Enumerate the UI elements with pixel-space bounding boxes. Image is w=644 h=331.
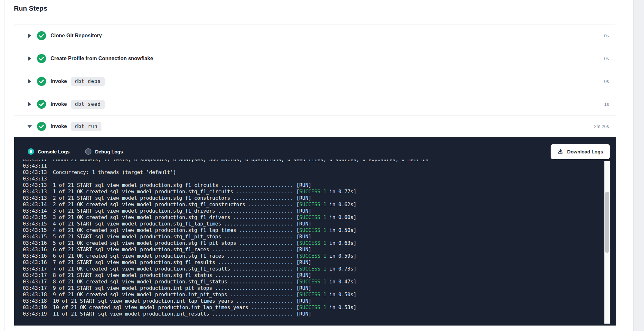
step-duration: 0s [604, 79, 609, 84]
step-command-chip: dbt run [71, 122, 101, 131]
step-title: Invoke [51, 101, 67, 107]
step-duration: 0s [604, 56, 609, 61]
left-divider [4, 0, 5, 331]
step-command-chip: dbt deps [71, 77, 105, 86]
console-log-output: 03:43:11 Found 21 models, 17 tests, 0 sn… [14, 160, 603, 317]
log-line: 03:43:19 11 of 21 START sql view model p… [23, 311, 603, 317]
log-success-status: SUCCESS 1 [299, 279, 327, 285]
log-line: 03:43:11 [23, 163, 603, 169]
caret-triangle [28, 79, 31, 84]
step-title: Invoke [51, 78, 67, 84]
run-steps-section: Run Steps Clone Git Repository0sCreate P… [14, 5, 616, 328]
caret-triangle [28, 102, 31, 106]
step-title: Clone Git Repository [51, 33, 102, 39]
radio-selected-icon[interactable] [28, 148, 34, 155]
log-console-panel: Console Logs Debug Logs Download Logs 03 [14, 137, 616, 326]
log-line: 03:43:14 3 of 21 START sql view model pr… [23, 208, 603, 214]
step-title: Invoke [51, 124, 67, 129]
run-step-row[interactable]: Clone Git Repository0s [14, 24, 616, 47]
step-duration: 0s [604, 33, 609, 38]
expand-caret-icon[interactable] [26, 102, 33, 106]
download-logs-label: Download Logs [567, 149, 603, 154]
log-line: 03:43:15 4 of 21 OK created sql view mod… [23, 227, 603, 234]
success-check-icon [37, 31, 46, 40]
log-line: 03:43:13 1 of 21 START sql view model pr… [23, 182, 603, 188]
console-logs-radio[interactable]: Console Logs [28, 148, 70, 155]
log-line: 03:43:18 9 of 21 OK created sql view mod… [23, 291, 603, 298]
log-line: 03:43:16 7 of 21 START sql view model pr… [23, 259, 603, 266]
run-step-row[interactable]: Create Profile from Connection snowflake… [14, 47, 616, 70]
log-line: 03:43:16 6 of 21 OK created sql view mod… [23, 253, 603, 259]
log-line: 03:43:13 1 of 21 OK created sql view mod… [23, 188, 603, 195]
log-line: 03:43:15 3 of 21 OK created sql view mod… [23, 214, 603, 221]
expand-caret-icon[interactable] [26, 56, 33, 61]
log-viewport[interactable]: 03:43:11 Found 21 models, 17 tests, 0 sn… [14, 160, 603, 321]
success-check-icon [37, 54, 46, 63]
log-success-status: SUCCESS 1 [299, 266, 327, 272]
log-line: 03:43:16 6 of 21 START sql view model pr… [23, 246, 603, 253]
log-line: 03:43:17 7 of 21 OK created sql view mod… [23, 266, 603, 272]
debug-logs-radio[interactable]: Debug Logs [85, 148, 123, 155]
log-success-status: SUCCESS 1 [299, 240, 327, 246]
log-line: 03:43:16 5 of 21 OK created sql view mod… [23, 240, 603, 246]
console-scrollbar[interactable] [604, 161, 610, 324]
log-line: 03:43:17 8 of 21 START sql view model pr… [23, 272, 603, 279]
run-step-row[interactable]: Invokedbt run2m 26s [14, 116, 616, 137]
step-command-chip: dbt seed [71, 100, 105, 109]
success-check-icon [37, 122, 46, 131]
log-line: 03:43:15 4 of 21 START sql view model pr… [23, 221, 603, 227]
log-success-status: SUCCESS 1 [299, 305, 327, 310]
log-line: 03:43:14 2 of 21 OK created sql view mod… [23, 201, 603, 208]
log-success-status: SUCCESS 1 [299, 189, 327, 195]
debug-logs-label: Debug Logs [95, 149, 123, 154]
success-check-icon [37, 100, 46, 109]
run-step-row[interactable]: Invokedbt deps0s [14, 70, 616, 93]
log-success-status: SUCCESS 1 [299, 215, 327, 220]
log-line: 03:43:18 10 of 21 START sql view model p… [23, 298, 603, 304]
page-title: Run Steps [14, 5, 616, 12]
radio-unselected-icon[interactable] [85, 148, 91, 155]
log-line: 03:43:19 10 of 21 OK created sql view mo… [23, 304, 603, 311]
step-duration: 1s [604, 102, 609, 107]
caret-triangle [27, 125, 32, 128]
caret-triangle [28, 56, 31, 61]
run-step-row[interactable]: Invokedbt seed1s [14, 93, 616, 116]
log-line: 03:43:11 Found 21 models, 17 tests, 0 sn… [23, 160, 603, 163]
step-title: Create Profile from Connection snowflake [51, 56, 153, 61]
log-line: 03:43:13 Concurrency: 1 threads (target=… [23, 169, 603, 176]
step-rows: Clone Git Repository0sCreate Profile fro… [14, 24, 616, 137]
success-check-icon [37, 77, 46, 86]
log-line: 03:43:17 9 of 21 START sql view model pr… [23, 285, 603, 291]
log-line: 03:43:15 5 of 21 START sql view model pr… [23, 234, 603, 240]
scrollbar-thumb[interactable] [605, 192, 609, 253]
step-duration: 2m 26s [594, 124, 609, 129]
log-success-status: SUCCESS 1 [299, 202, 327, 207]
caret-triangle [28, 33, 31, 38]
expand-caret-icon[interactable] [26, 33, 33, 38]
right-panel-gutter [633, 0, 644, 331]
log-line: 03:43:13 2 of 21 START sql view model pr… [23, 195, 603, 201]
log-success-status: SUCCESS 1 [299, 292, 327, 298]
run-steps-card: Clone Git Repository0sCreate Profile fro… [14, 24, 616, 328]
console-logs-label: Console Logs [38, 149, 70, 154]
log-success-status: SUCCESS 1 [299, 253, 327, 259]
log-success-status: SUCCESS 1 [299, 227, 327, 233]
download-icon [557, 149, 563, 154]
collapse-caret-icon[interactable] [26, 125, 33, 128]
download-logs-button[interactable]: Download Logs [551, 144, 610, 159]
expand-caret-icon[interactable] [26, 79, 33, 84]
log-line: 03:43:17 8 of 21 OK created sql view mod… [23, 279, 603, 285]
log-line: 03:43:13 [23, 176, 603, 182]
